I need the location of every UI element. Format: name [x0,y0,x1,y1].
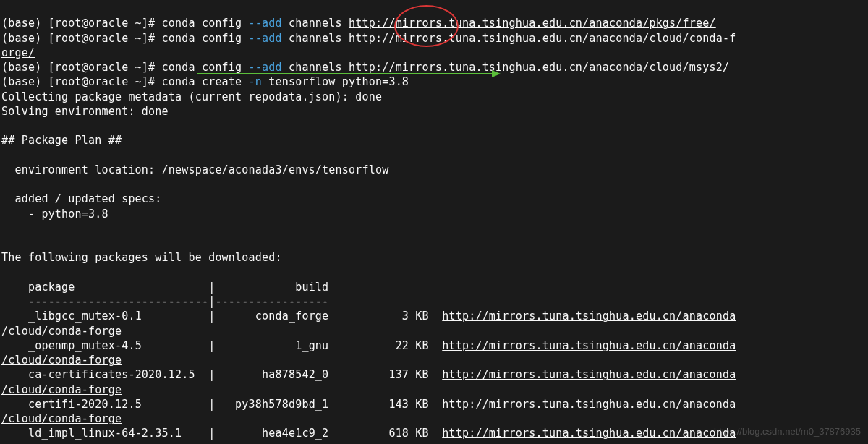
table-divider: ---------------------------|------------… [1,295,328,308]
package-channel-url[interactable]: http://mirrors.tuna.tsinghua.edu.cn/anac… [442,368,736,381]
package-channel-url-wrap[interactable]: /cloud/conda-forge [1,383,122,396]
channel-url-msys2[interactable]: http://mirrors.tuna.tsinghua.edu.cn/anac… [349,61,729,74]
line-collecting: Collecting package metadata (current_rep… [1,90,382,103]
channel-url-conda-forge-wrap[interactable]: orge/ [1,46,35,59]
prompt: (base) [root@oracle ~]# conda config [1,32,249,45]
terminal-output: (base) [root@oracle ~]# conda config --a… [0,0,868,443]
annotation-arrow [197,73,493,74]
download-header: The following packages will be downloade… [1,251,282,264]
line-solving: Solving environment: done [1,105,169,118]
table-header: package | build [1,281,328,294]
table-row: _openmp_mutex-4.5 | 1_gnu 22 KB [1,339,442,352]
spec-python: - python=3.8 [1,208,109,221]
flag-n: -n [249,75,262,88]
prompt: (base) [root@oracle ~]# conda config [1,17,249,30]
package-channel-url[interactable]: http://mirrors.tuna.tsinghua.edu.cn/anac… [442,339,736,352]
channel-url-conda-forge[interactable]: http://mirrors.tuna.tsinghua.edu.cn/anac… [349,32,736,45]
package-plan-header: ## Package Plan ## [1,134,122,147]
table-row: certifi-2020.12.5 | py38h578d9bd_1 143 K… [1,398,442,411]
package-channel-url[interactable]: http://mirrors.tuna.tsinghua.edu.cn/anac… [442,309,736,323]
package-channel-url-wrap[interactable]: /cloud/conda-forge [1,325,122,338]
env-location: environment location: /newspace/aconada3… [1,163,388,176]
table-row: ld_impl_linux-64-2.35.1 | hea4e1c9_2 618… [1,427,442,440]
table-row: _libgcc_mutex-0.1 | conda_forge 3 KB [1,309,442,323]
flag-add: --add [249,61,282,74]
create-args: tensorflow python=3.8 [262,75,409,88]
flag-add: --add [249,17,282,30]
prompt: (base) [root@oracle ~]# conda create [1,75,249,88]
channel-url-free[interactable]: http://mirrors.tuna.tsinghua.edu.cn/anac… [349,17,716,30]
prompt: (base) [root@oracle ~]# conda config [1,61,249,74]
package-channel-url-wrap[interactable]: /cloud/conda-forge [1,412,122,425]
flag-add: --add [249,32,282,45]
watermark: https://blog.csdn.net/m0_37876935 [714,425,861,438]
table-row: ca-certificates-2020.12.5 | ha878542_0 1… [1,368,442,381]
added-specs-label: added / updated specs: [1,192,162,205]
package-channel-url[interactable]: http://mirrors.tuna.tsinghua.edu.cn/anac… [442,427,736,440]
package-channel-url-wrap[interactable]: /cloud/conda-forge [1,354,122,367]
package-channel-url[interactable]: http://mirrors.tuna.tsinghua.edu.cn/anac… [442,398,736,411]
